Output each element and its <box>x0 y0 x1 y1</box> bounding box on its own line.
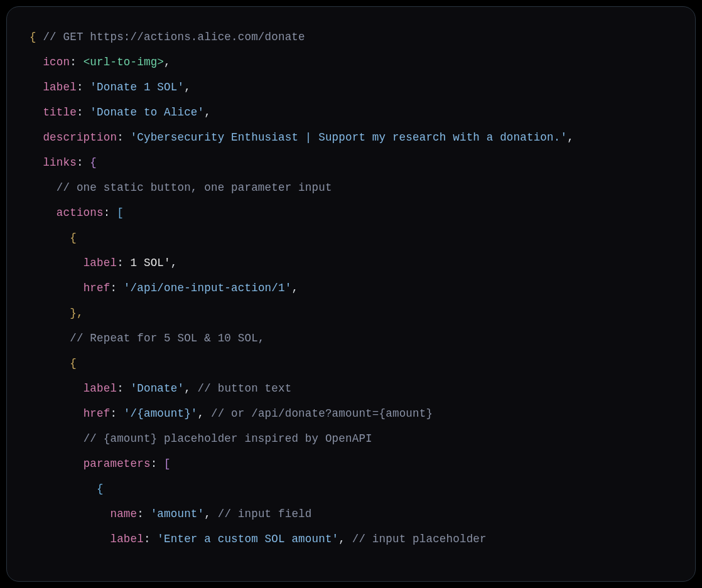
code-line-param-open: { <box>30 476 672 501</box>
code-line-action2-open: { <box>30 351 672 376</box>
code-line-param-label: label: 'Enter a custom SOL amount', // i… <box>30 527 672 552</box>
links-open-brace: { <box>90 156 97 169</box>
param-open-brace: { <box>97 483 104 495</box>
val-a1-label: 1 SOL' <box>131 257 171 269</box>
comment-static-button: // one static button, one parameter inpu… <box>57 181 332 194</box>
open-brace: { <box>30 31 43 43</box>
code-line-description: description: 'Cybersecurity Enthusiast |… <box>30 125 672 150</box>
val-icon: <url-to-img> <box>84 56 164 68</box>
key-a2-label: label <box>84 382 117 395</box>
comment-openapi: // {amount} placeholder inspired by Open… <box>84 432 372 445</box>
comment-input-field: // input field <box>218 508 312 520</box>
key-description: description <box>43 131 117 144</box>
comment-input-placeholder: // input placeholder <box>352 533 487 545</box>
code-line-action1-close: }, <box>30 301 672 326</box>
val-label: 'Donate 1 SOL' <box>90 81 184 94</box>
code-line-param-name: name: 'amount', // input field <box>30 501 672 527</box>
code-line-1: { // GET https://actions.alice.com/donat… <box>30 24 672 50</box>
actions-open-bracket: [ <box>117 206 124 219</box>
val-title: 'Donate to Alice' <box>90 106 204 119</box>
key-title: title <box>43 106 77 119</box>
comment-repeat: // Repeat for 5 SOL & 10 SOL, <box>70 332 264 345</box>
code-line-placeholder-comment: // {amount} placeholder inspired by Open… <box>30 426 672 451</box>
key-p-label: label <box>110 533 144 545</box>
code-line-action1-open: { <box>30 225 672 250</box>
code-line-icon: icon: <url-to-img>, <box>30 50 672 75</box>
val-a2-href: '/{amount}' <box>124 407 198 420</box>
code-line-links-comment: // one static button, one parameter inpu… <box>30 175 672 200</box>
code-line-repeat-comment: // Repeat for 5 SOL & 10 SOL, <box>30 326 672 351</box>
key-a1-label: label <box>84 257 117 269</box>
key-label: label <box>43 81 77 94</box>
action1-close-brace: }, <box>70 307 83 319</box>
key-links: links <box>43 156 77 169</box>
code-line-title: title: 'Donate to Alice', <box>30 100 672 125</box>
key-a1-href: href <box>84 282 111 294</box>
val-description: 'Cybersecurity Enthusiast | Support my r… <box>131 131 568 144</box>
code-line-action1-href: href: '/api/one-input-action/1', <box>30 275 672 301</box>
comment-href-alt: // or /api/donate?amount={amount} <box>211 407 433 420</box>
val-a1-href: '/api/one-input-action/1' <box>124 282 292 294</box>
key-parameters: parameters <box>84 457 151 470</box>
key-a2-href: href <box>84 407 111 420</box>
code-line-actions: actions: [ <box>30 200 672 225</box>
key-p-name: name <box>110 508 137 520</box>
val-p-name: 'amount' <box>151 508 205 520</box>
key-actions: actions <box>57 206 104 219</box>
code-line-action1-label: label: 1 SOL', <box>30 250 672 275</box>
code-line-label: label: 'Donate 1 SOL', <box>30 75 672 100</box>
code-line-action2-href: href: '/{amount}', // or /api/donate?amo… <box>30 401 672 426</box>
code-line-action2-label: label: 'Donate', // button text <box>30 376 672 401</box>
val-p-label: 'Enter a custom SOL amount' <box>157 533 338 545</box>
key-icon: icon <box>43 56 70 68</box>
action1-open-brace: { <box>70 232 77 244</box>
comment-url: // GET https://actions.alice.com/donate <box>43 31 305 43</box>
code-block: { // GET https://actions.alice.com/donat… <box>6 6 696 582</box>
params-open-bracket: [ <box>164 457 171 470</box>
code-line-links: links: { <box>30 150 672 175</box>
val-a2-label: 'Donate' <box>131 382 185 395</box>
comment-button-text: // button text <box>198 382 292 395</box>
action2-open-brace: { <box>70 357 77 370</box>
code-line-parameters: parameters: [ <box>30 451 672 476</box>
